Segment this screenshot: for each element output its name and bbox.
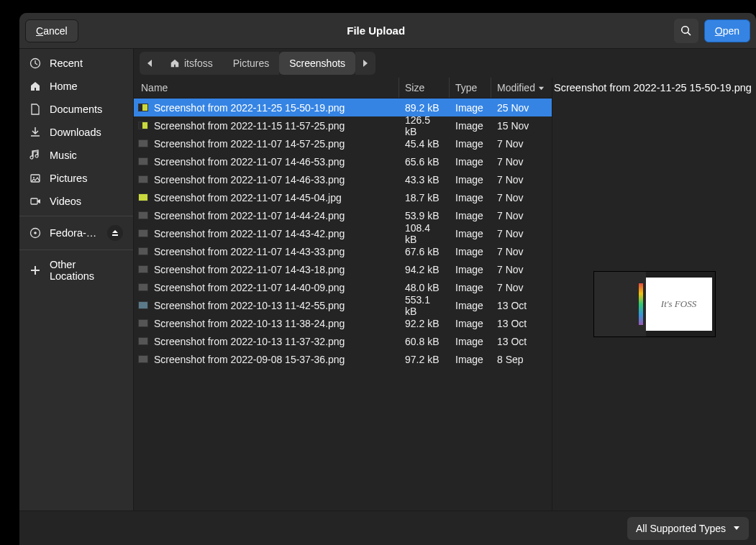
header-modified[interactable]: Modified — [491, 78, 552, 98]
preview-image-wrap: It's FOSS — [552, 98, 756, 510]
file-modified: 25 Nov — [491, 102, 552, 114]
file-row[interactable]: Screenshot from 2022-11-07 14-43-42.png1… — [134, 224, 552, 242]
sidebar-item-videos[interactable]: Videos — [19, 190, 133, 213]
preview-filename: Screenshot from 2022-11-25 15-50-19.png — [552, 78, 756, 98]
content: Name Size Type Modified Screenshot from … — [134, 78, 756, 510]
search-button[interactable] — [674, 19, 698, 43]
file-name: Screenshot from 2022-11-07 14-43-33.png — [154, 246, 399, 257]
file-type: Image — [450, 156, 491, 168]
sidebar-item-label: Fedora-… — [50, 227, 96, 239]
path-back-button[interactable] — [140, 52, 160, 75]
file-modified: 7 Nov — [491, 174, 552, 186]
file-thumbnail-icon — [138, 122, 148, 129]
eject-button[interactable] — [107, 225, 123, 241]
file-name: Screenshot from 2022-11-07 14-44-24.png — [154, 210, 399, 221]
file-thumbnail-icon — [138, 265, 148, 273]
dialog-title: File Upload — [78, 24, 674, 37]
sidebar-item-documents[interactable]: Documents — [19, 98, 133, 121]
path-segment-screenshots[interactable]: Screenshots — [279, 52, 355, 75]
file-row[interactable]: Screenshot from 2022-11-25 15-50-19.png8… — [134, 99, 552, 116]
sidebar-item-label: Music — [50, 150, 77, 161]
file-modified: 7 Nov — [491, 282, 552, 293]
header-name[interactable]: Name — [134, 78, 399, 98]
file-size: 108.4 kB — [399, 222, 450, 245]
path-forward-button[interactable] — [355, 52, 375, 75]
file-modified: 15 Nov — [491, 120, 552, 132]
file-modified: 13 Oct — [491, 336, 552, 347]
file-row[interactable]: Screenshot from 2022-11-07 14-57-25.png4… — [134, 134, 552, 152]
sidebar-item-label: Pictures — [50, 173, 87, 184]
file-row[interactable]: Screenshot from 2022-11-07 14-43-18.png9… — [134, 260, 552, 278]
file-name: Screenshot from 2022-10-13 11-42-55.png — [154, 300, 399, 311]
cancel-button[interactable]: Cancel — [25, 19, 78, 42]
column-headers: Name Size Type Modified — [134, 78, 552, 99]
file-type: Image — [450, 228, 491, 239]
header-type[interactable]: Type — [450, 78, 491, 98]
file-thumbnail-icon — [138, 229, 148, 237]
file-size: 89.2 kB — [399, 102, 450, 114]
svg-point-2 — [33, 177, 35, 178]
file-thumbnail-icon — [138, 319, 148, 327]
file-dialog: Cancel File Upload Open RecentHomeDocume… — [19, 13, 756, 545]
file-size: 18.7 kB — [399, 192, 450, 203]
sidebar-item-label: Home — [50, 81, 78, 92]
file-modified: 7 Nov — [491, 228, 552, 239]
music-icon — [29, 150, 41, 161]
file-thumbnail-icon — [138, 211, 148, 219]
sort-desc-icon — [538, 85, 545, 91]
triangle-left-icon — [147, 60, 152, 67]
file-thumbnail-icon — [138, 175, 148, 183]
file-modified: 13 Oct — [491, 300, 552, 311]
file-thumbnail-icon — [138, 139, 148, 147]
file-name: Screenshot from 2022-11-07 14-57-25.png — [154, 138, 399, 150]
sidebar-item-other-locations[interactable]: Other Locations — [19, 249, 133, 288]
sidebar-item-pictures[interactable]: Pictures — [19, 167, 133, 190]
file-type: Image — [450, 174, 491, 186]
file-row[interactable]: Screenshot from 2022-10-13 11-38-24.png9… — [134, 314, 552, 332]
sidebar-item-recent[interactable]: Recent — [19, 52, 133, 75]
file-name: Screenshot from 2022-11-07 14-40-09.png — [154, 282, 399, 293]
sidebar-item-label: Recent — [50, 58, 83, 69]
file-rows[interactable]: Screenshot from 2022-11-25 15-50-19.png8… — [134, 99, 552, 510]
sidebar-item-device[interactable]: Fedora-… — [19, 216, 133, 247]
path-segment-home[interactable]: itsfoss — [160, 52, 223, 75]
file-row[interactable]: Screenshot from 2022-11-07 14-40-09.png4… — [134, 278, 552, 296]
file-row[interactable]: Screenshot from 2022-11-07 14-43-33.png6… — [134, 242, 552, 260]
file-name: Screenshot from 2022-09-08 15-37-36.png — [154, 354, 399, 365]
chevron-down-icon — [733, 526, 740, 531]
file-type: Image — [450, 120, 491, 132]
file-type: Image — [450, 210, 491, 221]
file-name: Screenshot from 2022-10-13 11-38-24.png — [154, 318, 399, 329]
file-name: Screenshot from 2022-11-07 14-46-53.png — [154, 156, 399, 168]
open-button[interactable]: Open — [704, 19, 750, 42]
path-segment-pictures[interactable]: Pictures — [223, 52, 280, 75]
sidebar-item-downloads[interactable]: Downloads — [19, 121, 133, 144]
file-row[interactable]: Screenshot from 2022-10-13 11-37-32.png6… — [134, 332, 552, 350]
file-row[interactable]: Screenshot from 2022-11-07 14-46-33.png4… — [134, 170, 552, 188]
doc-icon — [29, 104, 41, 115]
file-row[interactable]: Screenshot from 2022-11-07 14-46-53.png6… — [134, 152, 552, 170]
header-size[interactable]: Size — [399, 78, 450, 98]
file-size: 67.6 kB — [399, 246, 450, 257]
file-row[interactable]: Screenshot from 2022-10-13 11-42-55.png5… — [134, 296, 552, 314]
file-type: Image — [450, 138, 491, 150]
sidebar: RecentHomeDocumentsDownloadsMusicPicture… — [19, 49, 134, 510]
sidebar-item-home[interactable]: Home — [19, 75, 133, 98]
file-row[interactable]: Screenshot from 2022-11-15 11-57-25.png1… — [134, 116, 552, 134]
sidebar-item-label: Videos — [50, 196, 81, 207]
file-row[interactable]: Screenshot from 2022-09-08 15-37-36.png9… — [134, 350, 552, 368]
filetype-filter[interactable]: All Supported Types — [627, 517, 749, 540]
file-thumbnail-icon — [138, 157, 148, 165]
file-type: Image — [450, 246, 491, 257]
sidebar-item-music[interactable]: Music — [19, 144, 133, 167]
svg-point-5 — [34, 232, 37, 234]
file-thumbnail-icon — [138, 283, 148, 291]
file-row[interactable]: Screenshot from 2022-11-07 14-45-04.jpg1… — [134, 188, 552, 206]
file-size: 94.2 kB — [399, 264, 450, 275]
file-row[interactable]: Screenshot from 2022-11-07 14-44-24.png5… — [134, 206, 552, 224]
home-icon — [170, 58, 180, 68]
file-name: Screenshot from 2022-11-25 15-50-19.png — [154, 102, 399, 114]
file-name: Screenshot from 2022-11-07 14-46-33.png — [154, 174, 399, 186]
titlebar: Cancel File Upload Open — [19, 13, 756, 49]
preview-thumbnail: It's FOSS — [593, 271, 716, 337]
